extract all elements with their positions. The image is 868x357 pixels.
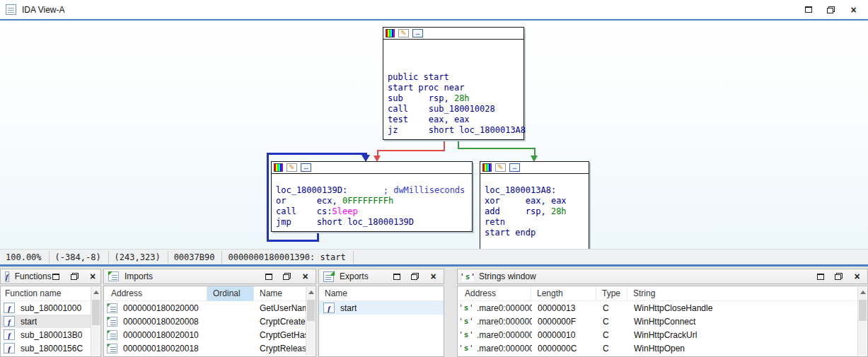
exports-titlebar[interactable]: Exports × [318,269,444,284]
asm-line[interactable]: public start [388,72,523,83]
import-row[interactable]: 0000000180020018CryptRelease [104,341,306,355]
zoom-level: 100.00% [0,251,50,264]
basic-block-start[interactable]: public startstart proc nearsub rsp, 28hc… [383,27,524,140]
scrollbar-thumb[interactable] [307,300,315,321]
asm-line[interactable]: loc_18000139D: ; dwMilliseconds [276,185,472,196]
edit-node-icon[interactable] [495,163,506,172]
string-row[interactable]: s.mare0:000000...00000013CWinHttpCloseHa… [458,301,858,315]
restore-icon[interactable] [826,6,835,14]
asm-line[interactable]: jz short loc_1800013A8 [388,125,523,136]
function-row[interactable]: fsub_180001000 [1,301,91,315]
asm-line[interactable]: call sub_180010028 [388,104,523,115]
asm-line[interactable]: test eax, eax [388,115,523,125]
functions-scrollbar[interactable] [91,287,100,356]
asm-token: jz short loc_1800013A8 [388,125,526,135]
docked-panels: f Functions × Function name fsub_1800010… [0,267,868,357]
import-row[interactable]: 0000000180020010CryptGetHas [104,328,306,341]
import-address: 0000000180020008 [123,317,207,327]
scrollbar-thumb[interactable] [859,300,867,321]
close-icon[interactable]: × [429,272,438,281]
strings-header[interactable]: Address Length Type String [458,286,867,301]
imports-scrollbar[interactable] [306,287,315,356]
node-color-icon[interactable] [482,163,492,172]
basic-block-sleep-loop[interactable]: loc_18000139D: ; dwMillisecondsor ecx, 0… [271,161,473,232]
function-name: sub_180001000 [21,303,81,313]
block-header [383,28,523,40]
functions-titlebar[interactable]: f Functions × [0,269,101,284]
import-name: GetUserNam [254,303,306,313]
exports-header[interactable]: Name [319,286,444,301]
column-type[interactable]: Type [596,286,627,301]
restore-icon[interactable] [410,272,419,281]
edit-node-icon[interactable] [398,29,409,37]
column-function-name[interactable]: Function name [1,286,100,301]
restore-icon[interactable] [282,272,291,281]
close-icon[interactable]: × [849,6,858,14]
ida-view-titlebar[interactable]: IDA View-A × [0,0,868,19]
group-node-icon[interactable] [301,163,311,172]
functions-header[interactable]: Function name [1,286,100,301]
asm-token-num: 28h [454,93,470,103]
edit-node-icon[interactable] [287,163,297,172]
asm-token: start endp [485,228,536,238]
node-color-icon[interactable] [386,29,395,37]
maximize-icon[interactable] [816,272,825,281]
column-string[interactable]: String [627,286,867,301]
imports-title: Imports [125,271,153,281]
asm-token: xor eax, eax [485,196,567,206]
asm-line[interactable]: loc_1800013A8: [485,185,589,196]
imports-titlebar[interactable]: Imports × [103,269,316,284]
group-node-icon[interactable] [509,163,520,172]
scrollbar-thumb[interactable] [92,300,100,325]
function-row[interactable]: fstart [1,315,91,328]
import-row[interactable]: 0000000180020008CryptCreateH [104,315,306,328]
column-address[interactable]: Address [104,286,207,301]
maximize-icon[interactable] [52,272,61,281]
column-address[interactable]: Address [458,286,531,301]
function-icon: f [4,303,15,313]
asm-line[interactable]: start endp [485,228,589,238]
import-row[interactable]: 0000000180020000GetUserNam [104,301,306,315]
asm-line[interactable]: retn [485,217,589,228]
string-row[interactable]: s.mare0:000000...0000000CCWinHttpOpen [458,341,858,355]
strings-titlebar[interactable]: s Strings window × [457,269,868,284]
asm-line[interactable]: add rsp, 28h [485,206,589,217]
group-node-icon[interactable] [412,29,423,37]
asm-token: retn [485,217,505,227]
close-icon[interactable]: × [88,272,98,281]
graph-view[interactable]: public startstart proc nearsub rsp, 28hc… [0,21,868,249]
asm-token-num: 0FFFFFFFFh [342,196,393,206]
asm-line[interactable]: start proc near [388,83,523,93]
edge-fallthrough [377,150,445,151]
restore-icon[interactable] [70,272,79,281]
maximize-icon[interactable] [804,6,813,14]
column-length[interactable]: Length [531,286,596,301]
close-icon[interactable]: × [852,272,862,281]
asm-line[interactable]: jmp short loc_18000139D [276,217,472,228]
asm-line[interactable]: or ecx, 0FFFFFFFFh [276,196,472,206]
function-row[interactable]: fsub_1800013B0 [1,328,91,341]
string-row[interactable]: s.mare0:000000...0000000FCWinHttpConnect [458,315,858,328]
maximize-icon[interactable] [392,272,401,281]
node-color-icon[interactable] [274,163,283,172]
string-value: WinHttpCrackUrl [628,330,858,340]
asm-line[interactable]: sub rsp, 28h [388,93,523,104]
maximize-icon[interactable] [264,272,273,281]
function-row[interactable]: fsub_18000156C [1,341,91,355]
export-row[interactable]: fstart [319,301,444,315]
close-icon[interactable]: × [301,272,310,281]
basic-block-exit[interactable]: loc_1800013A8:xor eax, eaxadd rsp, 28hre… [480,161,589,249]
string-address: .mare0:000000... [477,344,532,353]
column-name[interactable]: Name [319,286,444,301]
restore-icon[interactable] [834,272,843,281]
asm-line[interactable]: call cs:Sleep [276,206,472,217]
strings-scrollbar[interactable] [857,287,867,356]
edge-fallthrough [444,139,445,151]
asm-line[interactable]: xor eax, eax [485,196,589,206]
imports-icon [108,271,119,281]
imports-header[interactable]: Address Ordinal Name [104,286,316,301]
column-ordinal[interactable]: Ordinal [207,286,254,301]
file-offset: 00037B90 [168,251,223,264]
string-row[interactable]: s.mare0:000000...00000010CWinHttpCrackUr… [458,328,858,341]
exports-panel: Exports × Name fstart [318,269,444,357]
